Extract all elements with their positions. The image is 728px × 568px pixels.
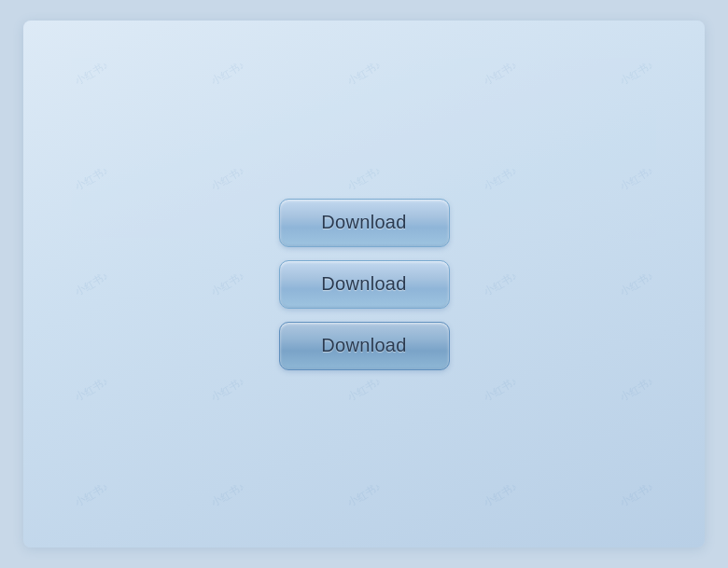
watermark-cell: 小红书♪ xyxy=(23,415,176,547)
download-button-2[interactable]: Download xyxy=(279,260,450,309)
watermark-cell: 小红书♪ xyxy=(143,21,314,153)
watermark-cell: 小红书♪ xyxy=(552,204,705,364)
watermark-cell: 小红书♪ xyxy=(143,415,314,547)
watermark-cell: 小红书♪ xyxy=(415,415,586,547)
watermark-cell: 小红书♪ xyxy=(552,310,705,469)
watermark-cell: 小红书♪ xyxy=(23,99,176,258)
download-button-3[interactable]: Download xyxy=(279,322,450,370)
watermark-cell: 小红书♪ xyxy=(279,415,450,547)
download-button-1[interactable]: Download xyxy=(279,199,450,247)
watermark-cell: 小红书♪ xyxy=(415,21,586,153)
watermark-cell: 小红书♪ xyxy=(279,21,450,153)
watermark-cell: 小红书♪ xyxy=(552,99,705,258)
watermark-cell: 小红书♪ xyxy=(552,415,705,547)
buttons-wrapper: Download Download Download xyxy=(279,199,450,370)
main-container: 小红书♪ 小红书♪ 小红书♪ 小红书♪ 小红书♪ 小红书♪ 小红书♪ 小红书♪ … xyxy=(23,21,705,547)
watermark-cell: 小红书♪ xyxy=(552,21,705,153)
watermark-cell: 小红书♪ xyxy=(23,21,176,153)
watermark-cell: 小红书♪ xyxy=(23,310,176,469)
watermark-cell: 小红书♪ xyxy=(23,204,176,364)
